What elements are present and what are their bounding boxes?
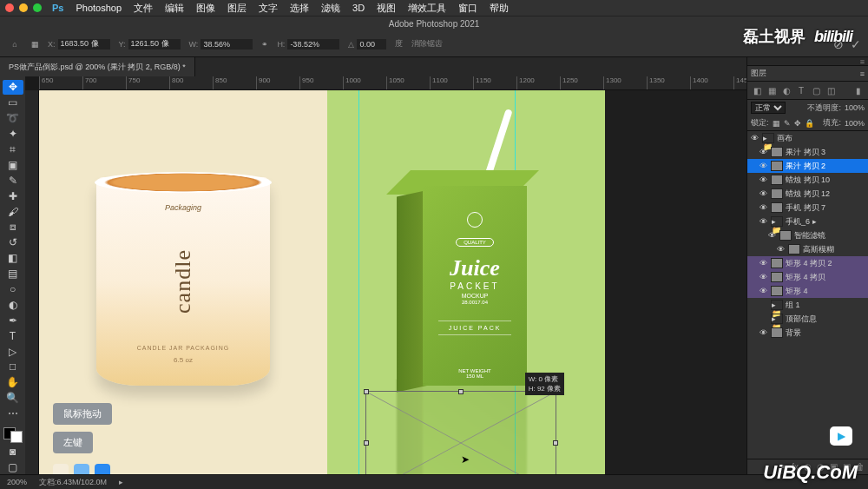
type-tool[interactable]: T — [3, 328, 23, 343]
mac-max[interactable] — [33, 3, 42, 12]
visibility-icon[interactable]: 👁 — [758, 189, 768, 198]
transform-origin-icon[interactable]: ▦ — [31, 40, 39, 49]
layer-row[interactable]: 👁蜡烛 拷贝 12 — [747, 187, 868, 201]
visibility-icon[interactable]: 👁 — [766, 231, 777, 240]
panel-menu-icon[interactable]: ≡ — [860, 69, 865, 78]
zoom-tool[interactable]: 🔍 — [3, 391, 23, 406]
document-tab[interactable]: PS做产品倒影.psd @ 200% (果汁 拷贝 2, RGB/8) * — [0, 57, 195, 76]
transform-handle[interactable] — [364, 440, 369, 446]
transform-bounds[interactable]: W: 0 像素 H: 92 像素 ➤ — [365, 391, 556, 474]
zoom-value[interactable]: 200% — [7, 478, 27, 486]
layer-row[interactable]: ▸📁组 1 — [747, 298, 868, 312]
mac-close[interactable] — [5, 3, 14, 12]
heal-tool[interactable]: ✚ — [3, 188, 23, 203]
pen-tool[interactable]: ✒ — [3, 313, 23, 327]
canvas-area[interactable]: Packaging candle CANDLE JAR PACKAGING 6.… — [39, 90, 746, 474]
filter-adjust-icon[interactable]: ◐ — [780, 84, 792, 96]
menu-item[interactable]: 视图 — [377, 2, 396, 15]
menu-item[interactable]: 窗口 — [458, 2, 477, 15]
brush-tool[interactable]: 🖌 — [3, 204, 23, 219]
transform-handle[interactable] — [458, 389, 464, 394]
layer-row[interactable]: 👁果汁 拷贝 3 — [747, 145, 868, 159]
visibility-icon[interactable]: 👁 — [758, 273, 768, 281]
filter-shape-icon[interactable]: ▢ — [810, 84, 822, 96]
guide[interactable] — [358, 90, 359, 474]
menu-item[interactable]: 文字 — [259, 2, 278, 15]
dodge-tool[interactable]: ◐ — [3, 297, 23, 312]
stamp-tool[interactable]: ⧈ — [3, 220, 23, 235]
filter-smart-icon[interactable]: ◫ — [825, 84, 837, 96]
hand-tool[interactable]: ✋ — [3, 375, 23, 390]
visibility-icon[interactable]: 👁 — [758, 259, 768, 268]
visibility-icon[interactable]: 👁 — [758, 148, 768, 156]
history-brush-tool[interactable]: ↺ — [3, 235, 23, 250]
layer-row[interactable]: 👁果汁 拷贝 2 — [747, 159, 868, 173]
w-input[interactable] — [201, 39, 253, 50]
filter-pixel-icon[interactable]: ▦ — [766, 84, 778, 96]
color-swatches[interactable] — [3, 427, 23, 444]
layer-row[interactable]: 👁矩形 4 拷贝 2 — [747, 256, 868, 270]
screenmode-icon[interactable]: ▢ — [3, 459, 23, 474]
gradient-tool[interactable]: ▤ — [3, 267, 23, 281]
x-input[interactable] — [58, 39, 110, 50]
menu-item[interactable]: 选择 — [290, 2, 309, 15]
edit-toolbar[interactable]: ⋯ — [3, 406, 23, 421]
menu-item[interactable]: 图像 — [196, 2, 215, 15]
visibility-icon[interactable]: 👁 — [775, 245, 786, 254]
layer-row[interactable]: 👁蜡烛 拷贝 10 — [747, 173, 868, 187]
shape-tool[interactable]: □ — [3, 360, 23, 374]
visibility-icon[interactable]: 👁 — [758, 287, 768, 295]
lock-paint-icon[interactable]: ✎ — [784, 119, 791, 128]
visibility-icon[interactable]: 👁 — [758, 328, 768, 337]
menu-item[interactable]: 增效工具 — [408, 2, 446, 15]
filter-kind-icon[interactable]: ◧ — [751, 84, 763, 96]
lock-all-icon[interactable]: 🔒 — [805, 119, 814, 128]
visibility-icon[interactable]: 👁 — [758, 203, 768, 212]
menu-item[interactable]: 文件 — [134, 2, 153, 15]
layer-row[interactable]: 👁高斯模糊 — [747, 242, 868, 256]
layer-row[interactable]: 👁智能滤镜 — [747, 228, 868, 242]
quickmask-icon[interactable]: ◙ — [3, 444, 23, 459]
frame-tool[interactable]: ▣ — [3, 157, 23, 172]
menu-item[interactable]: 3D — [352, 3, 365, 13]
filter-type-icon[interactable]: T — [795, 84, 807, 96]
visibility-icon[interactable]: 👁 — [758, 162, 768, 170]
lasso-tool[interactable]: ➰ — [3, 111, 23, 126]
layers-tab[interactable]: 图层 — [751, 68, 766, 79]
visibility-icon[interactable]: 👁 — [758, 217, 768, 226]
crop-tool[interactable]: ⌗ — [3, 142, 23, 157]
layer-row[interactable]: ▸📁顶部信息 — [747, 312, 868, 326]
angle-input[interactable] — [357, 39, 386, 50]
opacity-value[interactable]: 100% — [845, 103, 865, 112]
menu-item[interactable]: 编辑 — [165, 2, 184, 15]
home-icon[interactable]: ⌂ — [7, 36, 23, 52]
filter-toggle-icon[interactable]: ▮ — [852, 84, 865, 96]
menu-item[interactable]: 图层 — [227, 2, 247, 15]
menu-item[interactable]: 帮助 — [490, 2, 509, 15]
fill-value[interactable]: 100% — [845, 119, 865, 128]
transform-handle[interactable] — [553, 440, 558, 446]
visibility-icon[interactable]: 👁 — [749, 134, 760, 142]
menu-item[interactable]: 滤镜 — [321, 2, 340, 15]
h-input[interactable] — [287, 39, 339, 50]
lock-trans-icon[interactable]: ▦ — [773, 119, 780, 128]
mac-min[interactable] — [19, 3, 28, 12]
layer-row[interactable]: 👁▸📁画布 — [747, 131, 868, 145]
menu-item[interactable]: Photoshop — [76, 3, 122, 13]
layer-row[interactable]: 👁手机 拷贝 7 — [747, 201, 868, 215]
eraser-tool[interactable]: ◧ — [3, 251, 23, 266]
layer-row[interactable]: 👁背景 — [747, 326, 868, 340]
panel-menu-icon[interactable]: ≡ — [860, 57, 865, 65]
link-icon[interactable]: ⚭ — [261, 40, 268, 49]
blend-mode-select[interactable]: 正常 — [751, 102, 786, 114]
eyedropper-tool[interactable]: ✎ — [3, 173, 23, 188]
lock-pos-icon[interactable]: ✥ — [794, 119, 801, 128]
wand-tool[interactable]: ✦ — [3, 127, 23, 142]
layer-row[interactable]: 👁矩形 4 拷贝 — [747, 270, 868, 284]
marquee-tool[interactable]: ▭ — [3, 96, 23, 110]
chevron-right-icon[interactable]: ▸ — [119, 478, 123, 486]
path-tool[interactable]: ▷ — [3, 344, 23, 359]
blur-tool[interactable]: ○ — [3, 282, 23, 297]
layer-row[interactable]: 👁▸📁手机_6 ▸ — [747, 215, 868, 228]
y-input[interactable] — [128, 39, 181, 50]
